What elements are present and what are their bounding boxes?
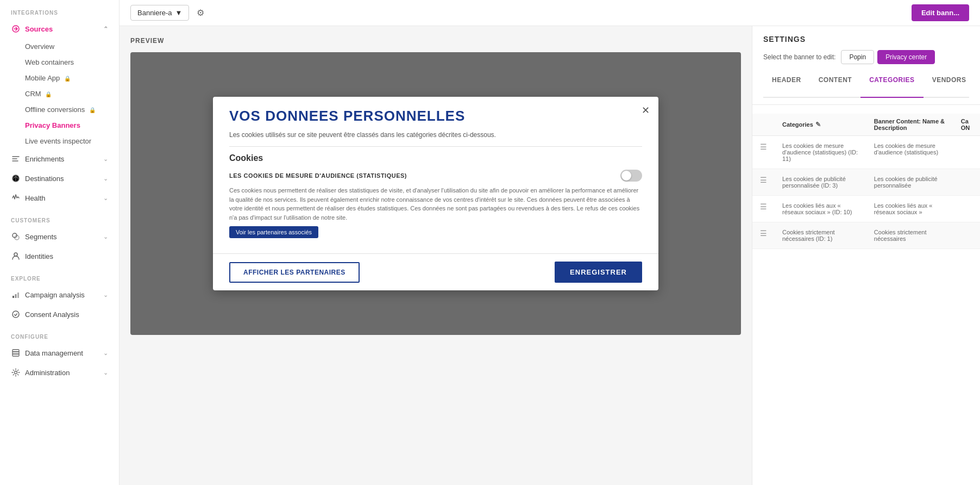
settings-panel: SETTINGS Select the banner to edit: Popi…	[752, 26, 980, 485]
tab-vendors[interactable]: VENDORS	[924, 71, 975, 98]
tab-buttons[interactable]: BUTTONS	[975, 71, 980, 98]
svg-rect-7	[17, 293, 19, 298]
chevron-down-data: ⌄	[103, 350, 108, 357]
cat-on-4	[953, 222, 980, 249]
campaign-icon	[11, 290, 21, 300]
drag-handle-2[interactable]: ☰	[760, 176, 767, 184]
sidebar-item-segments[interactable]: Segments ⌄	[0, 227, 119, 246]
sidebar-sub-overview[interactable]: Overview	[0, 39, 119, 54]
sidebar-item-sources[interactable]: Sources ⌃	[0, 19, 119, 39]
preview-panel: PREVIEW VOS DONNEES PERSONNELLES ✕ Les c…	[120, 26, 752, 485]
cookies-title: Cookies	[229, 153, 642, 163]
sidebar-item-enrichments[interactable]: Enrichments ⌄	[0, 149, 119, 169]
th-banner-content: Banner Content: Name & Description	[866, 114, 953, 136]
sidebar-sub-mobile-app[interactable]: Mobile App 🔒	[0, 70, 119, 86]
table-row: ☰ Cookies strictement nécessaires (ID: 1…	[752, 222, 980, 249]
tab-categories[interactable]: CATEGORIES	[860, 71, 923, 98]
cat-banner-3: Les cookies liés aux « réseaux sociaux »	[866, 196, 953, 222]
tab-header[interactable]: HEADER	[763, 71, 810, 98]
drag-handle-1[interactable]: ☰	[760, 142, 767, 151]
enrichments-icon	[11, 154, 21, 164]
edit-banner-button[interactable]: Edit bann...	[912, 4, 969, 21]
cat-on-1	[953, 136, 980, 169]
afficher-partenaires-button[interactable]: AFFICHER LES PARTENAIRES	[229, 262, 360, 283]
administration-icon	[11, 368, 21, 377]
th-drag	[752, 114, 775, 136]
sidebar-item-administration[interactable]: Administration ⌄	[0, 363, 119, 382]
th-categories: Categories ✎	[775, 114, 866, 136]
cat-banner-2: Les cookies de publicité personnalisée	[866, 169, 953, 196]
banner-modal: VOS DONNEES PERSONNELLES ✕ Les cookies u…	[213, 97, 658, 290]
chevron-down-campaign: ⌄	[103, 291, 108, 299]
svg-rect-6	[15, 294, 17, 298]
svg-point-12	[15, 371, 17, 374]
lock-icon-mobile: 🔒	[64, 76, 71, 82]
gear-button[interactable]: ⚙	[194, 5, 206, 20]
chevron-down-health: ⌄	[103, 195, 108, 202]
banner-dropdown-label: Banniere-a	[137, 9, 172, 17]
cat-name-2: Les cookies de publicité personnalisée (…	[775, 169, 866, 196]
sidebar-item-consent-analysis[interactable]: Consent Analysis	[0, 304, 119, 324]
dropdown-chevron-icon: ▼	[175, 9, 183, 17]
sources-icon	[11, 24, 21, 34]
tab-content[interactable]: CONTENT	[810, 71, 861, 98]
toggle-knob	[621, 171, 631, 181]
sidebar-sub-web-containers[interactable]: Web containers	[0, 54, 119, 70]
banner-description: Les cookies utilisés sur ce site peuvent…	[213, 130, 658, 146]
banner-cookies-section: Cookies LES COOKIES DE MESURE D'AUDIENCE…	[213, 147, 658, 253]
sidebar-item-destinations[interactable]: Destinations ⌄	[0, 169, 119, 188]
chevron-up-icon: ⌃	[103, 26, 108, 33]
destinations-icon	[11, 173, 21, 183]
identities-icon	[11, 251, 21, 261]
sidebar-sub-privacy-banners[interactable]: Privacy Banners	[0, 117, 119, 133]
preview-label: PREVIEW	[130, 37, 741, 45]
sidebar-item-sources-label: Sources	[25, 25, 53, 33]
svg-point-4	[14, 253, 17, 256]
sidebar-sub-offline-conversions[interactable]: Offline conversions 🔒	[0, 102, 119, 117]
privacy-center-button[interactable]: Privacy center	[877, 50, 935, 64]
customers-label: CUSTOMERS	[0, 208, 119, 227]
drag-handle-3[interactable]: ☰	[760, 202, 767, 211]
lock-icon-crm: 🔒	[45, 91, 52, 97]
cat-on-3	[953, 196, 980, 222]
explore-label: EXPLORE	[0, 266, 119, 285]
cookie-toggle[interactable]	[620, 170, 642, 182]
cat-on-2	[953, 169, 980, 196]
main-content: Banniere-a ▼ ⚙ Edit bann... PREVIEW VOS …	[120, 0, 980, 485]
settings-tabs: HEADER CONTENT CATEGORIES VENDORS BUTTON…	[763, 71, 969, 98]
segments-icon	[11, 232, 21, 241]
cookie-item-header: LES COOKIES DE MESURE D'AUDIENCE (STATIS…	[229, 170, 642, 182]
categories-table: Categories ✎ Banner Content: Name & Desc…	[752, 114, 980, 249]
cat-name-4: Cookies strictement nécessaires (ID: 1)	[775, 222, 866, 249]
banner-dropdown[interactable]: Banniere-a ▼	[130, 5, 189, 21]
th-cat-on: Ca ON	[953, 114, 980, 136]
chevron-down-segments: ⌄	[103, 233, 108, 240]
cat-banner-1: Les cookies de mesure d'audience (statis…	[866, 136, 953, 169]
voir-partenaires-button[interactable]: Voir les partenaires associés	[229, 226, 318, 238]
sidebar-sub-crm[interactable]: CRM 🔒	[0, 86, 119, 102]
svg-rect-11	[12, 354, 19, 356]
chevron-down-enrichments: ⌄	[103, 156, 108, 163]
popin-button[interactable]: Popin	[841, 50, 874, 64]
lock-icon-offline: 🔒	[89, 107, 96, 113]
table-row: ☰ Les cookies liés aux « réseaux sociaux…	[752, 196, 980, 222]
sidebar-item-data-management[interactable]: Data management ⌄	[0, 343, 119, 363]
banner-header: VOS DONNEES PERSONNELLES ✕	[213, 97, 658, 130]
sidebar-item-health[interactable]: Health ⌄	[0, 188, 119, 208]
table-row: ☰ Les cookies de mesure d'audience (stat…	[752, 136, 980, 169]
drag-handle-4[interactable]: ☰	[760, 229, 767, 238]
enregistrer-button[interactable]: ENREGISTRER	[555, 262, 642, 283]
banner-close-button[interactable]: ✕	[642, 105, 650, 115]
chevron-down-admin: ⌄	[103, 369, 108, 376]
banner-selector: Select the banner to edit: Popin Privacy…	[763, 50, 969, 64]
consent-icon	[11, 309, 21, 319]
cookie-item: LES COOKIES DE MESURE D'AUDIENCE (STATIS…	[229, 170, 642, 238]
table-row: ☰ Les cookies de publicité personnalisée…	[752, 169, 980, 196]
settings-body: Categories ✎ Banner Content: Name & Desc…	[752, 105, 980, 485]
settings-header: SETTINGS Select the banner to edit: Popi…	[752, 26, 980, 105]
sidebar: INTEGRATIONS Sources ⌃ Overview Web cont…	[0, 0, 120, 485]
sidebar-sub-live-events[interactable]: Live events inspector	[0, 133, 119, 149]
edit-pencil-icon[interactable]: ✎	[815, 121, 821, 128]
sidebar-item-identities[interactable]: Identities	[0, 246, 119, 266]
sidebar-item-campaign-analysis[interactable]: Campaign analysis ⌄	[0, 285, 119, 304]
